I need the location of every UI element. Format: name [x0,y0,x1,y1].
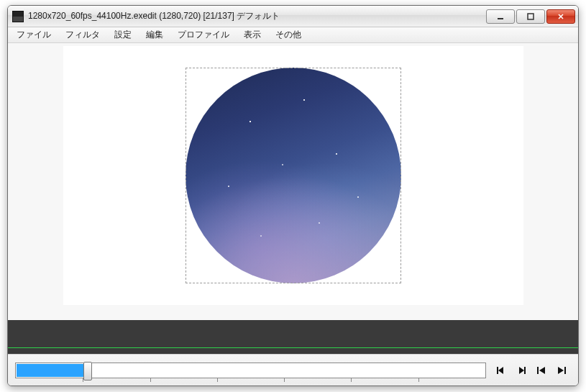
seek-bar[interactable] [15,363,486,378]
menu-bar: ファイル フィルタ 設定 編集 プロファイル 表示 その他 [8,27,578,43]
maximize-button[interactable] [516,9,545,24]
svg-rect-0 [498,18,503,19]
preview-canvas[interactable] [63,46,523,305]
minimize-icon [496,12,505,21]
step-back-button[interactable] [492,363,511,378]
svg-rect-6 [537,367,539,374]
audio-waveform-strip[interactable] [8,320,578,354]
maximize-icon [526,12,535,21]
app-window: 1280x720_60fps_44100Hz.exedit (1280,720)… [7,5,579,386]
menu-filter[interactable]: フィルタ [58,27,107,42]
svg-rect-5 [524,367,526,374]
step-forward-icon [516,365,527,375]
window-title: 1280x720_60fps_44100Hz.exedit (1280,720)… [28,10,486,22]
selection-bounds[interactable] [186,68,401,283]
preview-area [8,43,578,320]
step-back-icon [495,365,507,375]
menu-file[interactable]: ファイル [9,27,58,42]
window-controls [486,9,575,24]
menu-profile[interactable]: プロファイル [170,27,237,42]
go-start-icon [536,365,547,375]
svg-marker-8 [558,367,564,374]
close-icon [557,12,565,21]
seek-fill [17,364,88,377]
seek-ticks [16,378,485,382]
step-forward-button[interactable] [512,363,531,378]
svg-rect-1 [528,14,534,19]
svg-marker-4 [519,367,524,374]
go-end-icon [556,365,567,375]
menu-other[interactable]: その他 [268,27,308,42]
go-end-button[interactable] [552,363,571,378]
title-bar[interactable]: 1280x720_60fps_44100Hz.exedit (1280,720)… [8,6,578,27]
svg-rect-3 [497,367,498,374]
menu-edit[interactable]: 編集 [139,27,170,42]
menu-view[interactable]: 表示 [237,27,268,42]
svg-marker-7 [539,367,545,374]
go-start-button[interactable] [532,363,551,378]
svg-marker-2 [498,367,503,374]
transport-controls [8,354,578,386]
transport-buttons [492,363,571,378]
menu-settings[interactable]: 設定 [107,27,139,42]
minimize-button[interactable] [486,9,515,24]
close-button[interactable] [546,9,575,24]
app-icon [12,11,24,22]
svg-rect-9 [564,367,566,374]
